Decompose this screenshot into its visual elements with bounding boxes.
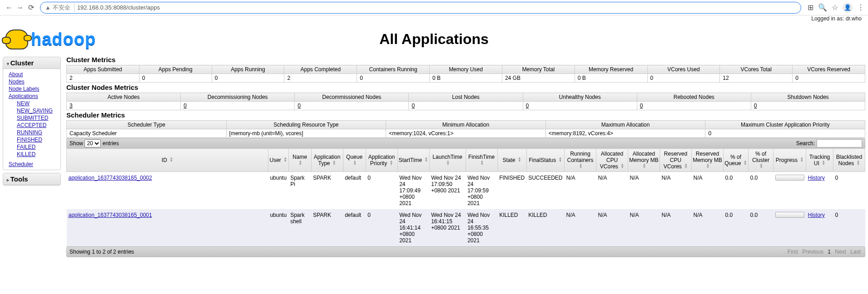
sidebar-link-state-failed[interactable]: FAILED [17, 143, 55, 151]
page-title: All Applications [110, 31, 758, 48]
col-name[interactable]: Name ▲▼ [288, 149, 311, 172]
sidebar-tools-header[interactable]: Tools [3, 173, 60, 185]
cell-ac: N/A [596, 172, 628, 210]
back-icon[interactable]: ← [4, 4, 15, 12]
forward-icon[interactable]: → [15, 4, 25, 12]
table-row: application_1637743038165_0002ubuntuSpar… [67, 172, 865, 210]
cell-queue: default [343, 209, 366, 246]
cell-rm: N/A [692, 172, 724, 210]
sidebar-link-state-submitted[interactable]: SUBMITTED [17, 114, 55, 122]
col-allocated-cpu-vcores[interactable]: Allocated CPU VCores ▲▼ [596, 149, 628, 172]
scheduler-metrics-title: Scheduler Metrics [66, 111, 865, 119]
qr-icon[interactable]: ⊞ [808, 3, 813, 12]
col-launchtime[interactable]: LaunchTime ▲▼ [429, 149, 466, 172]
cell-launch: Wed Nov 24 17:09:50 +0800 2021 [429, 172, 466, 210]
applications-table: ID ▲▼User ▲▼Name ▲▼Application Type ▲▼Qu… [66, 148, 865, 246]
col-finalstatus[interactable]: FinalStatus ▲▼ [526, 149, 564, 172]
sidebar-link-state-new[interactable]: NEW [17, 100, 55, 107]
cell-name: Spark shell [288, 209, 311, 246]
col-reserved-cpu-vcores[interactable]: Reserved CPU VCores ▲▼ [660, 149, 692, 172]
col-reserved-memory-mb[interactable]: Reserved Memory MB ▲▼ [692, 149, 724, 172]
col-starttime[interactable]: StartTime ▲▼ [397, 149, 429, 172]
col-application-type[interactable]: Application Type ▲▼ [311, 149, 343, 172]
scheduler-metrics-table: Scheduler TypeScheduling Resource TypeMi… [66, 120, 865, 138]
login-status: Logged in as: dr.who [0, 15, 868, 22]
cell-user: ubuntu [268, 172, 288, 210]
col-blacklisted-nodes[interactable]: Blacklisted Nodes ▲▼ [833, 149, 865, 172]
app-id-link[interactable]: application_1637743038165_0002 [69, 175, 152, 181]
datatable-footer: Showing 1 to 2 of 2 entries First Previo… [66, 246, 865, 257]
pager-prev[interactable]: Previous [802, 249, 823, 255]
cell-launch: Wed Nov 24 16:41:15 +0800 2021 [429, 209, 466, 246]
col-tracking-ui[interactable]: Tracking UI ▲▼ [806, 149, 833, 172]
pager-first[interactable]: First [788, 249, 798, 255]
sidebar-link-nodes[interactable]: Nodes [9, 78, 55, 85]
cell-name: Spark Pi [288, 172, 311, 210]
pager-current: 1 [828, 249, 831, 255]
col--of-cluster[interactable]: % of Cluster ▲▼ [749, 149, 774, 172]
col-user[interactable]: User ▲▼ [268, 149, 288, 172]
sidebar-cluster-header[interactable]: Cluster [3, 57, 60, 69]
cell-finish: Wed Nov 24 16:55:35 +0800 2021 [466, 209, 497, 246]
cell-rm: N/A [692, 209, 724, 246]
cluster-metrics-title: Cluster Metrics [66, 56, 865, 64]
sidebar-link-state-finished[interactable]: FINISHED [17, 136, 55, 143]
address-bar[interactable]: ▲ 不安全 192.168.0.35:8088/cluster/apps [40, 2, 801, 14]
col-progress[interactable]: Progress ▲▼ [774, 149, 806, 172]
sidebar-link-applications[interactable]: Applications [9, 93, 55, 100]
show-label: Show [69, 140, 83, 147]
entries-label: entries [103, 140, 119, 147]
pager-next[interactable]: Next [835, 249, 846, 255]
cell-start: Wed Nov 24 17:09:49 +0800 2021 [397, 172, 429, 210]
cell-start: Wed Nov 24 16:41:14 +0800 2021 [397, 209, 429, 246]
sidebar-link-about[interactable]: About [9, 71, 55, 78]
pager-last[interactable]: Last [850, 249, 861, 255]
warning-icon: ▲ [45, 4, 51, 11]
cell-id: application_1637743038165_0002 [67, 172, 268, 210]
profile-avatar[interactable]: 👤 [843, 3, 853, 13]
col-application-priority[interactable]: Application Priority ▲▼ [366, 149, 397, 172]
tracking-link[interactable]: History [808, 212, 825, 218]
progress-bar [775, 175, 804, 181]
cell-progress [774, 209, 806, 246]
pager: First Previous 1 Next Last [786, 249, 862, 255]
cell-priority: 0 [366, 209, 397, 246]
cell-state: FINISHED [497, 172, 526, 210]
col-id[interactable]: ID ▲▼ [67, 149, 268, 172]
tracking-link[interactable]: History [808, 175, 825, 181]
url-text: 192.168.0.35:8088/cluster/apps [77, 4, 160, 11]
sidebar-link-state-new_saving[interactable]: NEW_SAVING [17, 107, 55, 114]
cell-bl: 0 [833, 209, 865, 246]
col--of-queue[interactable]: % of Queue ▲▼ [724, 149, 749, 172]
cell-rcv: N/A [660, 209, 692, 246]
entries-select[interactable]: 20 [84, 139, 101, 147]
reload-icon[interactable]: ⟳ [25, 3, 36, 12]
zoom-icon[interactable]: 🔍 [818, 3, 827, 12]
cell-track: History [806, 172, 833, 210]
cluster-metrics-table: Apps SubmittedApps PendingApps RunningAp… [66, 65, 865, 83]
sidebar-link-state-accepted[interactable]: ACCEPTED [17, 122, 55, 129]
search-label: Search: [796, 140, 815, 147]
col-finishtime[interactable]: FinishTime ▲▼ [466, 149, 497, 172]
hadoop-logo: hadoop [5, 26, 110, 53]
cell-am: N/A [628, 172, 660, 210]
sidebar-link-state-running[interactable]: RUNNING [17, 129, 55, 136]
cell-pc: 0.0 [749, 209, 774, 246]
cell-rc: N/A [565, 172, 596, 210]
cell-pq: 0.0 [724, 209, 749, 246]
cell-type: SPARK [311, 209, 343, 246]
col-state[interactable]: State ▲▼ [497, 149, 526, 172]
progress-bar [775, 212, 804, 218]
col-allocated-memory-mb[interactable]: Allocated Memory MB ▲▼ [628, 149, 660, 172]
cell-finish: Wed Nov 24 17:09:59 +0800 2021 [466, 172, 497, 210]
sidebar-link-scheduler[interactable]: Scheduler [9, 161, 55, 168]
sidebar-link-node-labels[interactable]: Node Labels [9, 85, 55, 93]
cell-track: History [806, 209, 833, 246]
search-input[interactable] [817, 139, 862, 147]
sidebar-link-state-killed[interactable]: KILLED [17, 151, 55, 158]
menu-icon[interactable]: ⋮ [857, 3, 864, 12]
col-running-containers[interactable]: Running Containers ▲▼ [565, 149, 596, 172]
app-id-link[interactable]: application_1637743038165_0001 [69, 212, 152, 218]
star-icon[interactable]: ☆ [832, 3, 838, 12]
col-queue[interactable]: Queue ▲▼ [343, 149, 366, 172]
